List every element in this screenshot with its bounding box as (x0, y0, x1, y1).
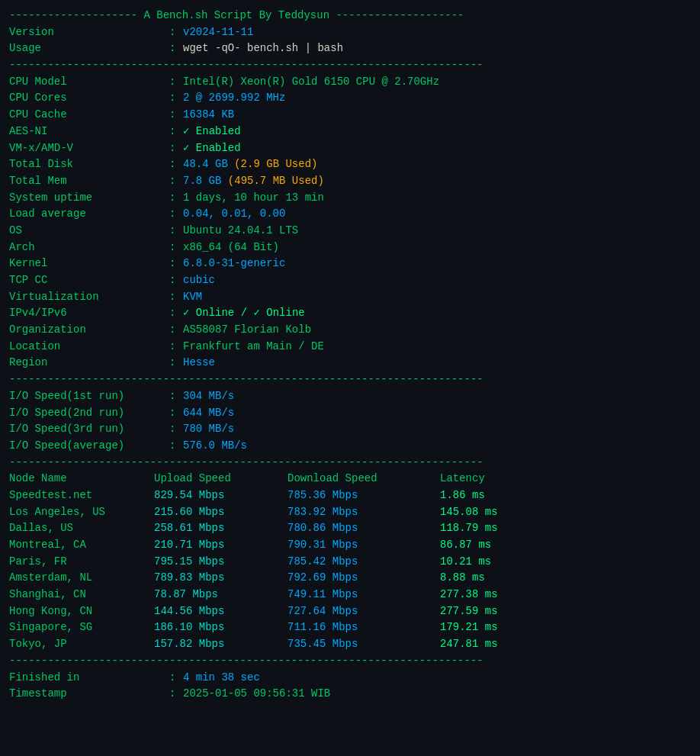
network-node: Shanghai, CN (9, 587, 154, 603)
network-row: Singapore, SG186.10 Mbps711.16 Mbps179.2… (9, 619, 691, 636)
virt-label: Virtualization (9, 289, 169, 306)
network-node: Tokyo, JP (9, 636, 154, 653)
usage-value: wget -qO- bench.sh | bash (183, 40, 343, 57)
total-disk-row: Total Disk : 48.4 GB (2.9 GB Used) (9, 156, 691, 173)
tcp-cc-value: cubic (183, 272, 215, 289)
network-download: 735.45 Mbps (287, 636, 440, 653)
uptime-label: System uptime (9, 190, 169, 207)
network-download: 780.86 Mbps (287, 520, 440, 537)
region-label: Region (9, 355, 169, 372)
io-avg-label: I/O Speed(average) (9, 438, 169, 455)
timestamp-value: 2025-01-05 09:56:31 WIB (183, 686, 330, 703)
finished-row: Finished in : 4 min 38 sec (9, 670, 691, 687)
network-download: 792.69 Mbps (287, 570, 440, 587)
total-disk-label: Total Disk (9, 156, 169, 173)
network-download: 785.36 Mbps (287, 487, 440, 504)
finished-label: Finished in (9, 670, 169, 687)
aes-ni-row: AES-NI : ✓ Enabled (9, 124, 691, 140)
title-line: -------------------- A Bench.sh Script B… (9, 8, 691, 24)
cpu-cores-row: CPU Cores : 2 @ 2699.992 MHz (9, 90, 691, 107)
network-upload: 789.83 Mbps (154, 570, 287, 587)
load-value: 0.04, 0.01, 0.00 (183, 206, 285, 223)
total-mem-value1: 7.8 GB (183, 173, 221, 190)
network-row: Paris, FR795.15 Mbps785.42 Mbps10.21 ms (9, 554, 691, 571)
load-label: Load average (9, 206, 169, 223)
network-node: Los Angeles, US (9, 504, 154, 521)
network-download: 711.16 Mbps (287, 619, 440, 636)
vm-amd-label: VM-x/AMD-V (9, 140, 169, 157)
version-row: Version : v2024-11-11 (9, 24, 691, 41)
network-node: Singapore, SG (9, 619, 154, 636)
network-upload: 210.71 Mbps (154, 537, 287, 554)
divider-3: ----------------------------------------… (9, 455, 691, 471)
cpu-cores-value: 2 @ 2699.992 MHz (183, 90, 285, 107)
network-row: Tokyo, JP157.82 Mbps735.45 Mbps247.81 ms (9, 636, 691, 653)
io-run1-row: I/O Speed(1st run) : 304 MB/s (9, 388, 691, 405)
network-latency: 145.08 ms (440, 504, 691, 521)
vm-amd-value: ✓ Enabled (183, 140, 241, 157)
load-row: Load average : 0.04, 0.01, 0.00 (9, 206, 691, 223)
total-mem-label: Total Mem (9, 173, 169, 190)
io-run2-value: 644 MB/s (183, 405, 234, 422)
network-latency: 1.86 ms (440, 487, 691, 504)
io-run3-row: I/O Speed(3rd run) : 780 MB/s (9, 421, 691, 438)
col-header-latency: Latency (440, 471, 691, 487)
cpu-model-row: CPU Model : Intel(R) Xeon(R) Gold 6150 C… (9, 74, 691, 91)
kernel-row: Kernel : 6.8.0-31-generic (9, 256, 691, 272)
ipv-row: IPv4/IPv6 : ✓ Online / ✓ Online (9, 305, 691, 322)
network-upload: 144.56 Mbps (154, 603, 287, 620)
io-run1-value: 304 MB/s (183, 388, 234, 405)
org-label: Organization (9, 322, 169, 339)
terminal-output: -------------------- A Bench.sh Script B… (9, 8, 691, 703)
io-avg-value: 576.0 MB/s (183, 438, 247, 455)
network-download: 785.42 Mbps (287, 554, 440, 571)
region-row: Region : Hesse (9, 355, 691, 372)
io-run2-row: I/O Speed(2nd run) : 644 MB/s (9, 405, 691, 422)
io-run1-label: I/O Speed(1st run) (9, 388, 169, 405)
network-node: Hong Kong, CN (9, 603, 154, 620)
network-row: Amsterdam, NL789.83 Mbps792.69 Mbps8.88 … (9, 570, 691, 587)
network-latency: 247.81 ms (440, 636, 691, 653)
network-download: 790.31 Mbps (287, 537, 440, 554)
network-node: Amsterdam, NL (9, 570, 154, 587)
network-latency: 8.88 ms (440, 570, 691, 587)
col-header-upload: Upload Speed (154, 471, 287, 487)
cpu-cache-label: CPU Cache (9, 107, 169, 124)
kernel-value: 6.8.0-31-generic (183, 256, 285, 272)
network-download: 749.11 Mbps (287, 587, 440, 603)
os-label: OS (9, 223, 169, 240)
location-row: Location : Frankfurt am Main / DE (9, 339, 691, 355)
finished-value: 4 min 38 sec (183, 670, 260, 687)
ipv-label: IPv4/IPv6 (9, 305, 169, 322)
network-row: Montreal, CA210.71 Mbps790.31 Mbps86.87 … (9, 537, 691, 554)
cpu-cache-row: CPU Cache : 16384 KB (9, 107, 691, 124)
uptime-row: System uptime : 1 days, 10 hour 13 min (9, 190, 691, 207)
total-mem-row: Total Mem : 7.8 GB (495.7 MB Used) (9, 173, 691, 190)
network-upload: 795.15 Mbps (154, 554, 287, 571)
divider-2: ----------------------------------------… (9, 372, 691, 388)
network-upload: 78.87 Mbps (154, 587, 287, 603)
network-latency: 179.21 ms (440, 619, 691, 636)
network-row: Los Angeles, US215.60 Mbps783.92 Mbps145… (9, 504, 691, 521)
network-latency: 10.21 ms (440, 554, 691, 571)
version-value: v2024-11-11 (183, 24, 253, 41)
network-latency: 86.87 ms (440, 537, 691, 554)
network-latency: 118.79 ms (440, 520, 691, 537)
network-table: Node Name Upload Speed Download Speed La… (9, 471, 691, 653)
usage-row: Usage : wget -qO- bench.sh | bash (9, 40, 691, 57)
cpu-cache-value: 16384 KB (183, 107, 234, 124)
divider-4: ----------------------------------------… (9, 653, 691, 670)
virt-value: KVM (183, 289, 202, 306)
network-latency: 277.38 ms (440, 587, 691, 603)
network-node: Speedtest.net (9, 487, 154, 504)
io-run3-value: 780 MB/s (183, 421, 234, 438)
tcp-cc-label: TCP CC (9, 272, 169, 289)
os-row: OS : Ubuntu 24.04.1 LTS (9, 223, 691, 240)
network-upload: 829.54 Mbps (154, 487, 287, 504)
timestamp-row: Timestamp : 2025-01-05 09:56:31 WIB (9, 686, 691, 703)
network-upload: 157.82 Mbps (154, 636, 287, 653)
network-latency: 277.59 ms (440, 603, 691, 620)
arch-row: Arch : x86_64 (64 Bit) (9, 240, 691, 256)
network-upload: 186.10 Mbps (154, 619, 287, 636)
location-value: Frankfurt am Main / DE (183, 339, 324, 355)
